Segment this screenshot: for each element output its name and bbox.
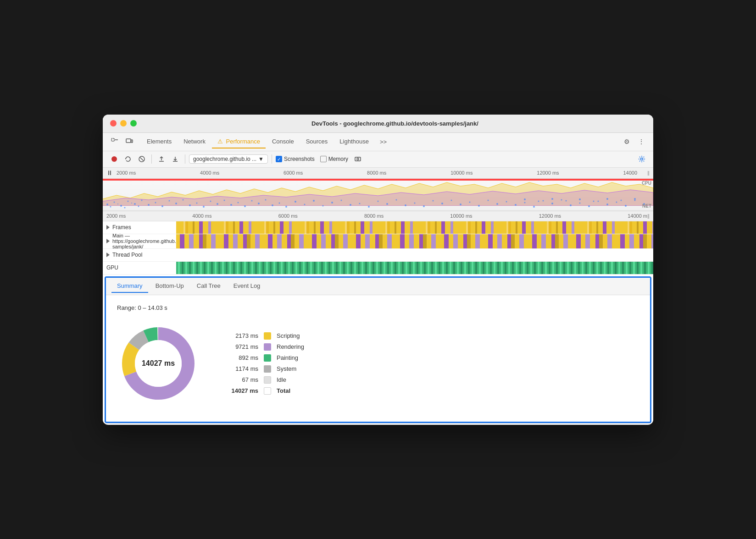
pause-icon[interactable]: ⏸ bbox=[106, 169, 113, 176]
svg-point-81 bbox=[117, 204, 118, 204]
svg-point-18 bbox=[134, 203, 136, 205]
frames-track[interactable]: Frames bbox=[103, 221, 653, 234]
nav-tabs: Elements Network ⚠ Performance Console S… bbox=[141, 135, 374, 148]
svg-point-72 bbox=[579, 202, 581, 204]
main-label: Main — https://googlechrome.github.io/de… bbox=[103, 233, 176, 249]
main-content[interactable] bbox=[176, 234, 653, 248]
thread-pool-content bbox=[176, 249, 653, 261]
clear-button[interactable] bbox=[136, 153, 148, 165]
upload-profile-button[interactable] bbox=[156, 153, 167, 165]
svg-point-20 bbox=[148, 204, 150, 206]
cpu-label: CPU bbox=[642, 181, 651, 186]
expand-frames-icon[interactable] bbox=[106, 225, 110, 230]
svg-point-33 bbox=[238, 202, 239, 203]
svg-point-60 bbox=[469, 201, 471, 203]
summary-main: 14027 ms 2173 ms Scripting 9721 ms bbox=[117, 322, 639, 405]
svg-point-51 bbox=[386, 203, 388, 205]
gpu-bar bbox=[176, 262, 653, 274]
url-selector[interactable]: googlechrome.github.io ... ▼ bbox=[189, 154, 268, 164]
svg-point-14 bbox=[106, 204, 108, 205]
perf-settings-icon[interactable] bbox=[636, 153, 648, 165]
ruler2-mark: 6000 ms bbox=[278, 213, 298, 219]
svg-point-93 bbox=[634, 198, 636, 200]
main-track[interactable]: Main — https://googlechrome.github.io/de… bbox=[103, 234, 653, 249]
tab-elements[interactable]: Elements bbox=[141, 135, 177, 148]
svg-point-49 bbox=[368, 206, 370, 208]
record-button[interactable] bbox=[108, 153, 120, 165]
thread-pool-track[interactable]: Thread Pool bbox=[103, 249, 653, 262]
svg-point-21 bbox=[155, 202, 156, 203]
more-tabs-button[interactable]: >> bbox=[376, 137, 390, 147]
expand-thread-pool-icon[interactable] bbox=[106, 253, 110, 257]
ruler2-mark: 14000 m bbox=[628, 213, 647, 219]
cpu-net-overview[interactable]: CPU bbox=[103, 179, 653, 211]
idle-swatch bbox=[264, 376, 271, 384]
expand-main-icon[interactable] bbox=[106, 239, 110, 243]
gpu-track[interactable]: GPU bbox=[103, 262, 653, 275]
range-display: Range: 0 – 14.03 s bbox=[117, 304, 639, 311]
traffic-lights bbox=[110, 120, 137, 126]
timeline-tracks: 2000 ms 4000 ms 6000 ms 8000 ms 10000 ms… bbox=[103, 211, 653, 275]
devtools-window: DevTools - googlechrome.github.io/devtoo… bbox=[103, 115, 653, 425]
maximize-button[interactable] bbox=[130, 120, 137, 126]
timeline-overview: ⏸ 2000 ms 4000 ms 6000 ms 8000 ms 10000 … bbox=[103, 168, 653, 211]
tab-call-tree[interactable]: Call Tree bbox=[191, 280, 226, 293]
tab-performance[interactable]: ⚠ Performance bbox=[212, 135, 266, 148]
memory-checkbox-label[interactable]: Memory bbox=[320, 156, 348, 162]
element-picker-icon[interactable] bbox=[108, 135, 121, 148]
download-profile-button[interactable] bbox=[169, 153, 181, 165]
bottom-tabs: Summary Bottom-Up Call Tree Event Log bbox=[106, 278, 650, 295]
reload-record-button[interactable] bbox=[122, 153, 134, 165]
gpu-label-text: GPU bbox=[106, 264, 118, 271]
svg-point-67 bbox=[533, 206, 535, 208]
svg-point-58 bbox=[451, 199, 452, 201]
tab-lighthouse[interactable]: Lighthouse bbox=[334, 135, 374, 148]
memory-checkbox[interactable] bbox=[320, 156, 327, 162]
tab-console[interactable]: Console bbox=[267, 135, 300, 148]
svg-point-37 bbox=[265, 199, 267, 200]
tab-summary[interactable]: Summary bbox=[111, 280, 148, 293]
settings-icon[interactable]: ⚙ bbox=[620, 135, 633, 148]
svg-point-29 bbox=[210, 200, 211, 202]
net-chart bbox=[103, 198, 653, 210]
warning-icon: ⚠ bbox=[217, 138, 223, 145]
close-button[interactable] bbox=[110, 120, 117, 126]
frames-label-text: Frames bbox=[112, 224, 131, 231]
svg-point-50 bbox=[378, 200, 379, 202]
svg-point-88 bbox=[566, 200, 567, 201]
tab-network[interactable]: Network bbox=[178, 135, 211, 148]
tab-bottom-up[interactable]: Bottom-Up bbox=[150, 280, 189, 293]
device-mode-icon[interactable] bbox=[123, 135, 136, 148]
bottom-panel-wrapper: Summary Bottom-Up Call Tree Event Log Ra… bbox=[103, 276, 653, 423]
legend-row-rendering: 9721 ms Rendering bbox=[222, 343, 304, 351]
screenshots-label: Screenshots bbox=[284, 156, 315, 162]
ruler-marks-top: 2000 ms 4000 ms 6000 ms 8000 ms 10000 ms… bbox=[117, 170, 646, 176]
frames-content[interactable] bbox=[176, 221, 653, 234]
nav-right-actions: ⚙ ⋮ bbox=[620, 135, 648, 148]
ruler-mark: 8000 ms bbox=[367, 170, 386, 176]
idle-value: 67 ms bbox=[222, 376, 258, 383]
tab-sources[interactable]: Sources bbox=[300, 135, 334, 148]
screenshots-settings-icon[interactable] bbox=[352, 153, 364, 165]
svg-point-22 bbox=[161, 205, 163, 207]
svg-point-68 bbox=[543, 200, 544, 201]
svg-point-40 bbox=[285, 206, 287, 208]
svg-point-83 bbox=[131, 203, 132, 204]
ruler2-marks: 2000 ms 4000 ms 6000 ms 8000 ms 10000 ms… bbox=[106, 213, 647, 219]
svg-point-59 bbox=[460, 204, 461, 205]
system-value: 1174 ms bbox=[222, 365, 258, 372]
minimize-button[interactable] bbox=[120, 120, 127, 126]
gpu-content[interactable] bbox=[176, 262, 653, 274]
tab-event-log[interactable]: Event Log bbox=[228, 280, 266, 293]
svg-point-92 bbox=[621, 199, 622, 201]
svg-point-31 bbox=[224, 199, 225, 201]
scripting-label: Scripting bbox=[277, 332, 300, 339]
more-options-icon[interactable]: ⋮ bbox=[635, 135, 648, 148]
rendering-swatch bbox=[264, 343, 271, 351]
svg-point-53 bbox=[405, 204, 406, 206]
screenshots-checkbox-label[interactable]: ✓ Screenshots bbox=[276, 156, 315, 162]
svg-point-57 bbox=[441, 203, 443, 204]
svg-point-71 bbox=[570, 204, 572, 206]
svg-point-61 bbox=[478, 205, 480, 207]
screenshots-checkbox[interactable]: ✓ bbox=[276, 156, 282, 162]
